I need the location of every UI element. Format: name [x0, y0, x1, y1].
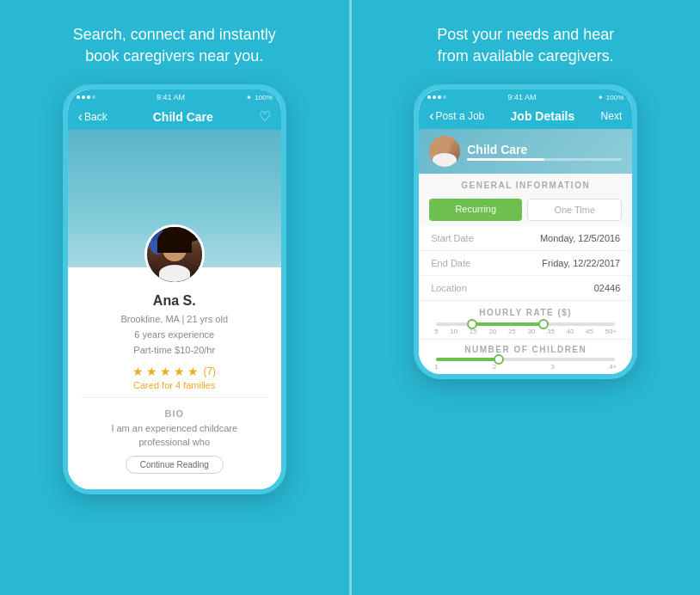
bio-section: BIO I am an experienced childcare profes… [82, 403, 267, 479]
label-35: 35 [547, 328, 555, 335]
back-label-left: Back [84, 111, 107, 123]
signal-dots [77, 95, 95, 99]
label-45: 45 [586, 328, 593, 335]
children-slider-track [436, 358, 615, 361]
bluetooth-icon: ✦ [246, 94, 252, 101]
right-phone: 9:41 AM ✦ 100% Post a Job Job Details Ne… [414, 84, 637, 379]
child-label-2: 2 [493, 363, 496, 371]
profile-location: Brookline, MA | 21 yrs old [82, 312, 267, 328]
review-count: (7) [203, 365, 216, 377]
end-date-row: End Date Friday, 12/22/2017 [419, 251, 632, 276]
dot2 [82, 95, 85, 99]
star-5: ★ [187, 365, 199, 378]
children-label: NUMBER OF CHILDREN [431, 345, 620, 354]
job-header: Child Care [419, 129, 632, 174]
label-20: 20 [488, 328, 496, 335]
children-section: NUMBER OF CHILDREN 1 2 3 4+ [419, 339, 632, 374]
hourly-labels: 5 10 15 20 25 30 35 40 45 50+ [434, 328, 617, 335]
progress-bar [467, 158, 622, 161]
children-labels: 1 2 3 4+ [434, 363, 617, 371]
hourly-rate-label: HOURLY RATE ($) [431, 308, 620, 317]
dot-r2 [433, 95, 436, 99]
heart-icon[interactable]: ♡ [259, 108, 271, 125]
chevron-left-icon-right [429, 108, 433, 124]
end-date-label: End Date [431, 258, 470, 268]
general-info-label: GENERAL INFORMATION [419, 174, 632, 193]
location-label: Location [431, 283, 467, 293]
label-30: 30 [527, 328, 535, 335]
start-date-label: Start Date [431, 233, 474, 243]
label-40: 40 [567, 328, 574, 335]
profile-name: Ana S. [82, 293, 267, 309]
profile-experience: 6 years experience [82, 328, 267, 343]
status-bar-right: 9:41 AM ✦ 100% [419, 89, 632, 103]
dot-r1 [427, 95, 431, 99]
battery-left: 100% [255, 94, 272, 101]
child-label-3: 3 [551, 363, 555, 371]
label-25: 25 [508, 328, 516, 335]
star-3: ★ [160, 365, 171, 378]
hourly-rate-section: HOURLY RATE ($) 5 10 15 20 25 30 35 40 4… [419, 301, 632, 339]
back-label-right: Post a Job [436, 110, 485, 122]
status-bar-left: 9:41 AM ✦ 100% [68, 89, 281, 103]
job-title-area: Child Care [467, 143, 622, 161]
bluetooth-icon-right: ✦ [598, 94, 604, 101]
chevron-left-icon [78, 109, 83, 125]
post-a-job-button[interactable]: Post a Job [429, 108, 484, 124]
continue-reading-button[interactable]: Continue Reading [126, 456, 224, 474]
dot3 [87, 95, 90, 99]
nav-bar-left: Back Child Care ♡ [68, 103, 281, 130]
next-button[interactable]: Next [601, 110, 623, 122]
left-panel: Search, connect and instantly book careg… [0, 0, 349, 595]
profile-rate: Part-time $10-20/hr [82, 343, 267, 359]
location-row: Location 02446 [419, 276, 632, 301]
star-2: ★ [146, 365, 157, 378]
profile-info: Ana S. Brookline, MA | 21 yrs old 6 year… [68, 267, 281, 489]
status-right-left: ✦ 100% [246, 94, 272, 101]
stars-row: ★ ★ ★ ★ ★ (7) [82, 365, 267, 378]
star-1: ★ [132, 365, 144, 378]
hourly-slider-fill [472, 322, 543, 326]
status-right-right: ✦ 100% [598, 94, 623, 101]
bio-label: BIO [95, 408, 254, 419]
nav-bar-right: Post a Job Job Details Next [419, 103, 632, 129]
children-fill [436, 358, 499, 361]
job-title: Child Care [467, 143, 622, 156]
child-label-4: 4+ [609, 363, 617, 371]
label-5: 5 [434, 328, 438, 335]
avatar [144, 224, 205, 285]
location-value: 02446 [594, 283, 621, 293]
progress-fill [467, 158, 544, 161]
dot-r3 [438, 95, 441, 99]
right-panel: Post your needs and hear from available … [349, 0, 701, 595]
one-time-toggle[interactable]: One Time [527, 199, 622, 221]
job-avatar [429, 136, 460, 167]
hourly-slider-track [436, 322, 615, 326]
avatar-face [147, 227, 202, 282]
star-4: ★ [174, 365, 185, 378]
signal-dots-right [427, 95, 446, 99]
nav-title-left: Child Care [153, 110, 213, 124]
divider-1 [82, 397, 267, 398]
start-date-row: Start Date Monday, 12/5/2016 [419, 226, 632, 251]
label-10: 10 [450, 328, 457, 335]
recurring-toggle[interactable]: Recurring [429, 199, 522, 221]
right-panel-title: Post your needs and hear from available … [437, 24, 614, 67]
bio-text: I am an experienced childcare profession… [95, 422, 254, 449]
dot-r4 [443, 95, 446, 99]
status-time-left: 9:41 AM [157, 93, 185, 101]
status-time-right: 9:41 AM [508, 93, 537, 101]
label-50: 50+ [605, 328, 617, 335]
left-phone: 9:41 AM ✦ 100% Back Child Care ♡ [63, 84, 286, 494]
end-date-value: Friday, 12/22/2017 [542, 258, 620, 268]
child-label-1: 1 [434, 363, 438, 371]
nav-title-right: Job Details [511, 109, 575, 123]
back-button-left[interactable]: Back [78, 109, 107, 125]
dot4 [92, 95, 95, 99]
cared-for: Cared for 4 families [82, 380, 267, 390]
battery-right: 100% [606, 94, 623, 101]
profile-bg [68, 130, 281, 267]
dot1 [77, 95, 80, 99]
toggle-row: Recurring One Time [419, 193, 632, 226]
left-panel-title: Search, connect and instantly book careg… [73, 24, 276, 67]
